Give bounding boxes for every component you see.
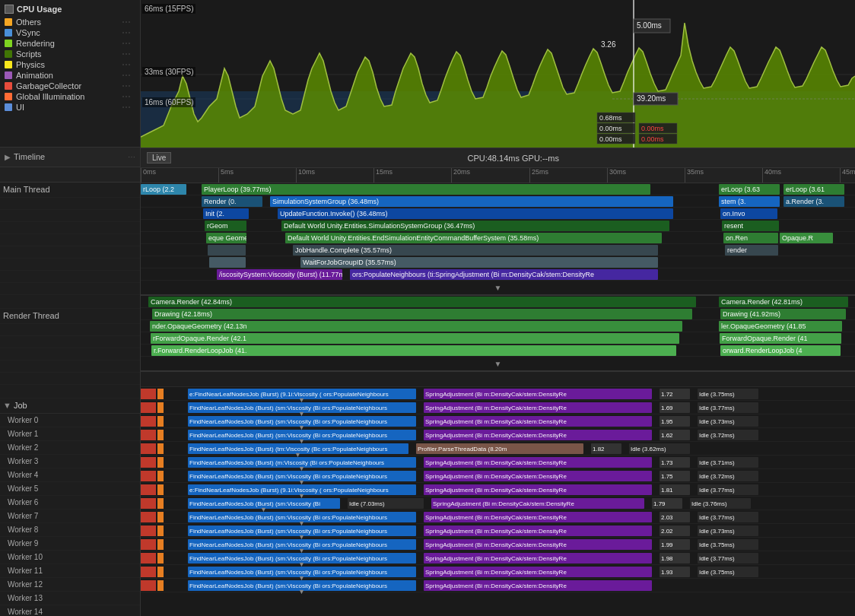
worker-bar[interactable]: 1.72: [660, 389, 690, 399]
timeline-bar-item[interactable]: Render (0.: [202, 196, 262, 207]
worker-bar[interactable]: 1.81: [660, 484, 690, 495]
render-expand-icon[interactable]: ▼: [494, 360, 502, 368]
worker-bar[interactable]: Idle (3.72ms): [698, 471, 758, 481]
timeline-bar-item[interactable]: JobHandle.Complete (35.57ms): [293, 245, 658, 256]
worker-bar[interactable]: 2.02: [660, 526, 690, 536]
timeline-bar-item[interactable]: on.Ren: [723, 233, 778, 243]
timeline-bar-item[interactable]: resent: [722, 221, 779, 231]
worker-bar[interactable]: SpringAdjustment (Bi m:DensityCak/stem:D…: [431, 498, 644, 509]
timeline-bar-item[interactable]: a.Render (3.: [783, 196, 844, 207]
worker-bar[interactable]: Idle (3.73ms): [698, 416, 758, 427]
track-area[interactable]: rLoop (2.2PlayerLoop (39.77ms)erLoop (3.…: [141, 183, 855, 616]
worker-bar[interactable]: Idle (3.77ms): [698, 402, 758, 413]
worker-bar[interactable]: Idle (3.73ms): [698, 526, 758, 536]
worker-expand-arrow[interactable]: ▼: [298, 424, 305, 431]
worker-bar[interactable]: SpringAdjustment (Bi m:DensityCak/stem:D…: [424, 526, 652, 536]
worker-bar[interactable]: SpringAdjustment (Bi m:DensityCak/stem:D…: [424, 471, 652, 481]
timeline-bar-item[interactable]: [209, 257, 246, 268]
timeline-bar-item[interactable]: WaitForJobGroupID (35.57ms): [300, 257, 658, 268]
worker-expand-arrow[interactable]: ▼: [298, 574, 305, 582]
worker-bar[interactable]: SpringAdjustment (Bi m:DensityCak/stem:D…: [424, 580, 652, 591]
worker-expand-arrow[interactable]: ▼: [298, 437, 305, 445]
worker-bar[interactable]: 1.82: [591, 443, 621, 454]
worker-bar[interactable]: 1.99: [660, 539, 690, 550]
worker-bar[interactable]: Idle (3.62ms): [629, 443, 690, 454]
worker-expand-arrow[interactable]: ▼: [298, 410, 305, 418]
worker-expand-arrow[interactable]: ▼: [298, 588, 305, 595]
timeline-bar-item[interactable]: Camera.Render (42.84ms): [148, 297, 696, 307]
worker-bar[interactable]: 1.95: [660, 416, 690, 427]
worker-expand-arrow[interactable]: ▼: [260, 506, 267, 513]
timeline-bar-item[interactable]: eque Geome: [206, 233, 246, 243]
worker-bar[interactable]: SpringAdjustment (Bi m:DensityCak/stem:D…: [424, 512, 652, 522]
worker-expand-arrow[interactable]: ▼: [298, 396, 305, 404]
worker-expand-arrow[interactable]: ▼: [298, 547, 305, 554]
worker-expand-arrow[interactable]: ▼: [294, 451, 301, 459]
worker-expand-arrow[interactable]: ▼: [298, 492, 305, 500]
timeline-bar-item[interactable]: rForwardOpaque.Render (42.1: [151, 333, 679, 344]
worker-expand-arrow[interactable]: ▼: [298, 478, 305, 486]
worker-bar[interactable]: Idle (3.71ms): [698, 457, 758, 468]
worker-bar[interactable]: Idle (3.75ms): [698, 389, 758, 399]
worker-bar[interactable]: 1.93: [660, 567, 690, 577]
timeline-bar-item[interactable]: rGeom: [205, 221, 246, 231]
worker-bar[interactable]: SpringAdjustment (Bi m:DensityCak/stem:D…: [424, 389, 652, 399]
worker-expand-arrow[interactable]: ▼: [298, 519, 305, 527]
worker-bar[interactable]: SpringAdjustment (Bi m:DensityCak/stem:D…: [424, 402, 652, 413]
timeline-bar-item[interactable]: erLoop (3.61: [783, 184, 844, 195]
timeline-bar-item[interactable]: rLoop (2.2: [141, 184, 186, 195]
worker-bar[interactable]: SpringAdjustment (Bi m:DensityCak/stem:D…: [424, 416, 652, 427]
worker-bar[interactable]: SpringAdjustment (Bi m:DensityCak/stem:D…: [424, 553, 652, 564]
worker-bar[interactable]: SpringAdjustment (Bi m:DensityCak/stem:D…: [424, 430, 652, 440]
timeline-bar-item[interactable]: Opaque.R: [780, 233, 833, 243]
worker-bar[interactable]: 1.75: [660, 471, 690, 481]
worker-bar[interactable]: Idle (3.77ms): [698, 553, 758, 564]
timeline-bar-item[interactable]: ors:PopulateNeighbours (ti:SpringAdjustm…: [350, 269, 658, 280]
job-expand-icon[interactable]: ▼: [3, 401, 11, 410]
timeline-bar-item[interactable]: stem (3.: [719, 196, 780, 207]
timeline-bar-item[interactable]: Default World Unity.Entities.EndSimulati…: [285, 233, 662, 243]
timeline-bar-item[interactable]: Drawing (42.18ms): [152, 309, 692, 319]
timeline-bar-item[interactable]: ler.OpaqueGeometry (41.85: [719, 321, 842, 332]
worker-expand-arrow[interactable]: ▼: [298, 465, 305, 472]
timeline-bar-item[interactable]: /iscositySystem:Viscosity (Burst) (11.77…: [217, 269, 342, 280]
worker-bar[interactable]: Idle (3.75ms): [698, 567, 758, 577]
timeline-bar-item[interactable]: r.Forward.RenderLoopJob (41.: [151, 345, 676, 356]
timeline-bar-item[interactable]: UpdateFunction.Invoke() (36.48ms): [278, 208, 673, 219]
worker-bar[interactable]: 1.73: [660, 457, 690, 468]
timeline-bar-item[interactable]: [208, 245, 246, 256]
worker-bar[interactable]: SpringAdjustment (Bi m:DensityCak/stem:D…: [424, 484, 652, 495]
timeline-bar-item[interactable]: PlayerLoop (39.77ms): [202, 184, 650, 195]
timeline-bar-item[interactable]: Camera.Render (42.81ms): [719, 297, 848, 307]
worker-expand-arrow[interactable]: ▼: [298, 560, 305, 568]
worker-expand-arrow[interactable]: ▼: [298, 533, 305, 541]
expand-down-icon[interactable]: ▼: [494, 284, 502, 292]
worker-bar[interactable]: SpringAdjustment (Bi m:DensityCak/stem:D…: [424, 539, 652, 550]
worker-bar[interactable]: SpringAdjustment (Bi m:DensityCak/stem:D…: [424, 567, 652, 577]
timeline-bar-item[interactable]: SimulationSystemGroup (36.48ms): [270, 196, 673, 207]
timeline-bar-item[interactable]: ForwardOpaque.Render (41: [720, 333, 841, 344]
live-badge[interactable]: Live: [147, 152, 171, 164]
timeline-bar-item[interactable]: orward.RenderLoopJob (4: [720, 345, 841, 356]
worker-bar[interactable]: Idle (7.03ms): [348, 498, 424, 509]
timeline-bar-item[interactable]: Drawing (41.92ms): [720, 309, 846, 319]
timeline-bar-item[interactable]: on.Invo: [720, 208, 777, 219]
worker-bar[interactable]: Idle (3.75ms): [698, 539, 758, 550]
worker-bar[interactable]: Profiler.ParseThreadData (8.20m: [416, 443, 583, 454]
worker-bar[interactable]: Idle (3.77ms): [698, 484, 758, 495]
fps-label-16: 16ms (60FPS): [142, 97, 195, 107]
worker-bar[interactable]: Idle (3.76ms): [690, 498, 751, 509]
timeline-bar-item[interactable]: Default World Unity.Entities.SimulationS…: [281, 221, 669, 231]
worker-bar[interactable]: 2.03: [660, 512, 690, 522]
worker-bar[interactable]: Idle (3.77ms): [698, 512, 758, 522]
timeline-bar-item[interactable]: Init (2.: [203, 208, 249, 219]
timeline-bar-item[interactable]: render: [725, 245, 778, 256]
worker-bar[interactable]: 1.98: [660, 553, 690, 564]
worker-bar[interactable]: SpringAdjustment (Bi m:DensityCak/stem:D…: [424, 457, 652, 468]
timeline-bar-item[interactable]: nder.OpaqueGeometry (42.13n: [150, 321, 682, 332]
worker-bar[interactable]: 1.69: [660, 402, 690, 413]
timeline-bar-item[interactable]: erLoop (3.63: [719, 184, 780, 195]
worker-bar[interactable]: 1.79: [652, 498, 682, 509]
worker-bar[interactable]: Idle (3.72ms): [698, 430, 758, 440]
worker-bar[interactable]: 1.62: [660, 430, 690, 440]
